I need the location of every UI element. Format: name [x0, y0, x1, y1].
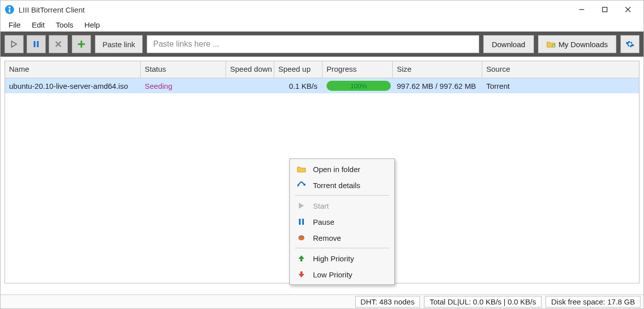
menu-file[interactable]: File — [4, 19, 26, 31]
gear-icon — [625, 40, 634, 49]
cm-open-in-folder[interactable]: Open in folder — [290, 161, 394, 177]
cm-start[interactable]: Start — [290, 198, 394, 214]
folder-icon — [547, 41, 556, 48]
details-icon — [297, 181, 306, 190]
close-button[interactable] — [616, 2, 639, 18]
window-title: LIII BitTorrent Client — [19, 6, 85, 14]
arrow-down-icon — [297, 270, 306, 279]
context-menu: Open in folder Torrent details Start Pau… — [289, 159, 395, 285]
cell-size: 997.62 MB / 997.62 MB — [393, 80, 482, 92]
cm-pause-label: Pause — [313, 218, 335, 226]
cell-speed-down — [226, 84, 274, 88]
download-button[interactable]: Download — [483, 35, 534, 53]
cm-high-priority-label: High Priority — [313, 254, 354, 263]
cm-remove[interactable]: Remove — [290, 230, 394, 246]
titlebar: LIII BitTorrent Client — [1, 1, 643, 19]
play-icon — [297, 201, 306, 210]
svg-marker-15 — [299, 203, 304, 209]
cm-torrent-details[interactable]: Torrent details — [290, 177, 394, 193]
svg-marker-20 — [298, 271, 304, 277]
cm-low-priority[interactable]: Low Priority — [290, 266, 394, 282]
status-disk: Disk free space: 17.8 GB — [546, 296, 640, 307]
my-downloads-label: My Downloads — [559, 40, 608, 49]
status-dht: DHT: 483 nodes — [355, 296, 420, 307]
minimize-button[interactable] — [570, 2, 593, 18]
col-header-size[interactable]: Size — [393, 61, 482, 78]
cell-progress: 100% — [323, 79, 393, 93]
col-header-source[interactable]: Source — [482, 61, 639, 78]
progress-label: 100% — [327, 81, 391, 91]
svg-marker-7 — [12, 41, 17, 47]
cell-speed-up: 0.1 KB/s — [274, 80, 323, 92]
table-row[interactable]: ubuntu-20.10-live-server-amd64.iso Seedi… — [5, 78, 639, 93]
maximize-button[interactable] — [593, 2, 616, 18]
menu-tools[interactable]: Tools — [51, 19, 78, 31]
pause-icon — [297, 217, 306, 226]
x-icon — [54, 40, 62, 48]
menu-help[interactable]: Help — [79, 19, 105, 31]
paste-link-button[interactable]: Paste link — [95, 35, 143, 53]
toolbar: Paste link Download My Downloads — [1, 32, 643, 57]
cm-separator — [295, 248, 389, 248]
table-header: Name Status Speed down Speed up Progress… — [5, 61, 639, 78]
svg-marker-19 — [298, 255, 304, 261]
torrent-table: Name Status Speed down Speed up Progress… — [5, 61, 639, 283]
col-header-speed-down[interactable]: Speed down — [226, 61, 274, 78]
cm-low-priority-label: Low Priority — [313, 270, 352, 279]
cm-high-priority[interactable]: High Priority — [290, 250, 394, 266]
cell-status: Seeding — [141, 80, 226, 92]
pause-icon — [32, 40, 40, 48]
menu-edit[interactable]: Edit — [27, 19, 50, 31]
status-total: Total DL|UL: 0.0 KB/s | 0.0 KB/s — [424, 296, 542, 307]
my-downloads-button[interactable]: My Downloads — [538, 35, 616, 53]
remove-icon — [297, 233, 306, 242]
svg-rect-9 — [37, 41, 39, 47]
arrow-up-icon — [297, 254, 306, 263]
play-icon — [10, 40, 18, 48]
cm-torrent-details-label: Torrent details — [313, 181, 360, 190]
stop-button[interactable] — [49, 35, 68, 53]
pause-button[interactable] — [27, 35, 46, 53]
svg-rect-4 — [603, 8, 607, 12]
cell-name: ubuntu-20.10-live-server-amd64.iso — [5, 80, 141, 92]
col-header-speed-up[interactable]: Speed up — [274, 61, 323, 78]
menubar: File Edit Tools Help — [1, 19, 643, 32]
svg-rect-2 — [9, 9, 11, 13]
settings-button[interactable] — [620, 35, 639, 53]
plus-icon — [77, 40, 86, 49]
cm-open-in-folder-label: Open in folder — [313, 165, 360, 174]
cm-remove-label: Remove — [313, 234, 341, 242]
add-button[interactable] — [72, 35, 91, 53]
progress-bar: 100% — [327, 81, 391, 91]
col-header-name[interactable]: Name — [5, 61, 141, 78]
svg-point-1 — [9, 7, 11, 9]
cm-separator — [295, 195, 389, 196]
svg-rect-8 — [34, 41, 36, 47]
col-header-status[interactable]: Status — [141, 61, 226, 78]
col-header-progress[interactable]: Progress — [323, 61, 393, 78]
paste-links-input[interactable] — [147, 35, 479, 53]
statusbar: DHT: 483 nodes Total DL|UL: 0.0 KB/s | 0… — [1, 294, 643, 308]
cm-start-label: Start — [313, 202, 329, 210]
cell-source: Torrent — [482, 80, 639, 92]
cm-pause[interactable]: Pause — [290, 214, 394, 230]
open-folder-icon — [297, 165, 306, 174]
svg-rect-17 — [302, 219, 304, 225]
app-icon — [5, 5, 15, 15]
svg-rect-16 — [299, 219, 301, 225]
start-button[interactable] — [5, 35, 24, 53]
